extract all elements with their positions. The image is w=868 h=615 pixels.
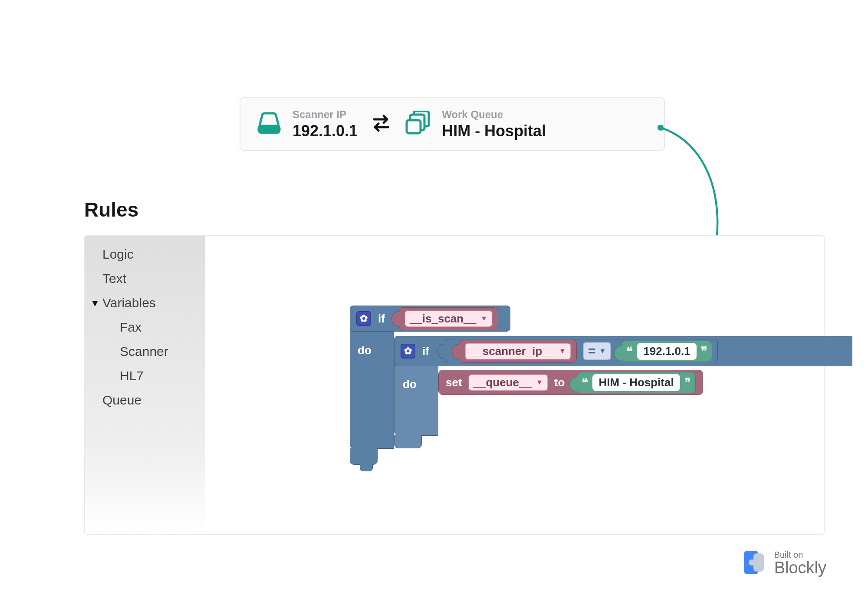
toolbox-category-queue[interactable]: Queue xyxy=(85,388,205,412)
routing-chip: Scanner IP 192.1.0.1 xyxy=(240,97,665,151)
open-quote-icon: ❝ xyxy=(582,375,588,390)
set-block[interactable]: set __queue__ ▼ to ❝ HIM - Hospital ❞ xyxy=(438,370,703,395)
source-slot: Scanner IP 192.1.0.1 xyxy=(256,109,358,140)
section-title: Rules xyxy=(84,198,138,221)
blockly-workspace[interactable]: ✿ if __is_scan__ ▼ do ✿ i xyxy=(205,236,824,534)
close-quote-icon: ❞ xyxy=(684,375,691,390)
svg-point-6 xyxy=(749,559,755,566)
outer-if-condition-var[interactable]: __is_scan__ ▼ xyxy=(399,307,498,330)
rules-panel: Logic Text Variables Fax Scanner HL7 Que… xyxy=(84,235,825,535)
var-dropdown-scanner-ip[interactable]: __scanner_ip__ ▼ xyxy=(465,343,571,360)
kw-if: if xyxy=(378,312,385,326)
toolbox-category-text[interactable]: Text xyxy=(85,266,205,291)
blockly-logo-icon xyxy=(743,549,766,578)
queue-stack-icon xyxy=(404,111,431,138)
toolbox-subcategory-scanner[interactable]: Scanner xyxy=(85,339,205,364)
kw-do-inner: do xyxy=(403,378,417,391)
chevron-down-icon: ▼ xyxy=(559,347,566,355)
toolbox-category-logic[interactable]: Logic xyxy=(85,242,205,266)
inner-if-bottom-stub xyxy=(394,435,422,448)
var-dropdown-is-scan[interactable]: __is_scan__ ▼ xyxy=(404,310,493,327)
source-text: Scanner IP 192.1.0.1 xyxy=(293,109,358,140)
close-quote-icon: ❞ xyxy=(701,344,707,358)
target-text: Work Queue HIM - Hospital xyxy=(442,109,546,140)
toolbox-subcategory-hl7[interactable]: HL7 xyxy=(85,364,205,388)
blockly-text: Built on Blockly xyxy=(774,550,826,577)
kw-if-inner: if xyxy=(422,345,429,358)
built-on-label: Built on xyxy=(774,550,826,559)
kw-to: to xyxy=(554,376,565,389)
chevron-down-icon: ▼ xyxy=(480,315,487,322)
toolbox-category-variables[interactable]: Variables xyxy=(85,291,205,315)
svg-rect-5 xyxy=(753,553,764,572)
source-value: 192.1.0.1 xyxy=(293,122,358,140)
kw-set: set xyxy=(446,376,462,389)
chevron-down-icon: ▼ xyxy=(599,347,606,355)
route-arrow-icon xyxy=(370,113,392,136)
open-quote-icon: ❝ xyxy=(626,344,633,358)
product-name: Blockly xyxy=(774,559,826,577)
var-dropdown-queue[interactable]: __queue__ ▼ xyxy=(468,374,548,391)
toolbox-subcategory-fax[interactable]: Fax xyxy=(85,315,205,339)
kw-do-outer: do xyxy=(358,344,372,357)
target-slot: Work Queue HIM - Hospital xyxy=(404,109,546,140)
compare-right-literal[interactable]: ❝ 192.1.0.1 ❞ xyxy=(621,341,712,362)
gear-icon[interactable]: ✿ xyxy=(356,311,371,326)
chevron-down-icon: ▼ xyxy=(536,378,543,386)
source-label: Scanner IP xyxy=(293,109,358,121)
literal-text[interactable]: 192.1.0.1 xyxy=(637,343,696,360)
compare-left-var[interactable]: __scanner_ip__ ▼ xyxy=(459,340,577,363)
outer-if-header[interactable]: ✿ if __is_scan__ ▼ xyxy=(350,306,510,332)
literal-text[interactable]: HIM - Hospital xyxy=(592,374,680,391)
target-label: Work Queue xyxy=(442,109,546,121)
outer-if-bottom-stub xyxy=(350,448,378,465)
inner-if-header[interactable]: ✿ if __scanner_ip__ ▼ = ▼ xyxy=(394,336,852,366)
app-canvas: Scanner IP 192.1.0.1 xyxy=(16,16,852,599)
svg-rect-1 xyxy=(259,126,279,133)
set-value-literal[interactable]: ❝ HIM - Hospital ❞ xyxy=(577,372,695,393)
toolbox-sidebar: Logic Text Variables Fax Scanner HL7 Que… xyxy=(85,236,205,534)
gear-icon[interactable]: ✿ xyxy=(401,344,415,358)
operator-dropdown[interactable]: = ▼ xyxy=(583,342,611,360)
blockly-badge: Built on Blockly xyxy=(743,549,826,578)
scanner-icon xyxy=(256,111,282,137)
target-value: HIM - Hospital xyxy=(442,122,546,140)
svg-rect-2 xyxy=(407,120,421,133)
compare-block[interactable]: __scanner_ip__ ▼ = ▼ ❝ 192.1.0.1 ❞ xyxy=(445,339,718,363)
